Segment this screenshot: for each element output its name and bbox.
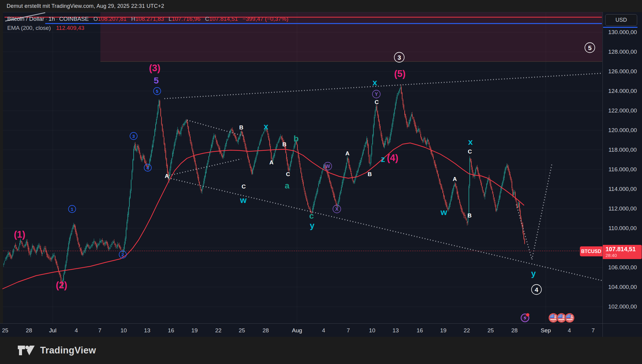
watermark-bar: Demut erstellt mit TradingView.com, Aug … — [0, 0, 642, 12]
time-tick-22: 22 — [463, 327, 470, 334]
wave-label-5[interactable]: 5 — [154, 75, 159, 85]
wave-label-(3)[interactable]: (3) — [149, 63, 160, 73]
low-label: L — [169, 16, 172, 22]
time-tick-25: 25 — [239, 327, 245, 334]
svg-text:Y: Y — [375, 92, 378, 97]
currency-toggle-button[interactable]: USD — [605, 14, 637, 26]
ema-row[interactable]: EMA (200, close) 112.409,43 — [7, 24, 288, 33]
svg-text:4: 4 — [147, 165, 149, 170]
wave-label-x[interactable]: x — [264, 122, 268, 131]
wave-label-C[interactable]: C — [375, 99, 379, 105]
svg-text:W: W — [325, 164, 330, 169]
currency-underline — [603, 27, 637, 28]
last-price-value: 107.814,51 — [606, 246, 642, 253]
wave-label-A[interactable]: A — [165, 173, 169, 179]
price-tick-112.000,00: 112.000,00 — [603, 205, 642, 212]
axis-corner — [602, 323, 642, 337]
time-tick-16: 16 — [168, 327, 174, 334]
time-tick-Jul: Jul — [49, 327, 56, 334]
price-tick-102.000,00: 102.000,00 — [603, 303, 642, 310]
wave-label-C[interactable]: C — [468, 148, 472, 155]
wave-label-A[interactable]: A — [453, 176, 457, 182]
time-tick-7: 7 — [592, 327, 595, 334]
time-tick-10: 10 — [120, 327, 127, 334]
price-tick-122.000,00: 122.000,00 — [603, 107, 642, 114]
tradingview-chart-window: (1)(2)(3)(4)(5)5xwyxzwxybacABABCCABCABC1… — [0, 0, 642, 364]
wave-label-C[interactable]: C — [242, 183, 246, 190]
price-axis[interactable]: USD 130.000,00128.000,00126.000,00124.00… — [602, 12, 642, 337]
close-label: C — [205, 16, 209, 22]
wave-label-y[interactable]: y — [310, 221, 315, 230]
wave-label-(5)[interactable]: (5) — [394, 68, 406, 79]
svg-text:1: 1 — [71, 207, 73, 212]
symbol-row[interactable]: Bitcoin / Dollar·1h·COINBASE O108.207,81… — [7, 14, 288, 24]
price-tick-106.000,00: 106.000,00 — [603, 264, 642, 271]
time-tick-25: 25 — [487, 327, 494, 334]
price-tick-130.000,00: 130.000,00 — [603, 29, 642, 36]
wave-label-b[interactable]: b — [293, 134, 299, 143]
wave-label-(4)[interactable]: (4) — [387, 153, 398, 163]
time-tick-28: 28 — [262, 327, 269, 334]
wave-label-A[interactable]: A — [345, 150, 349, 157]
price-tick-104.000,00: 104.000,00 — [603, 284, 642, 290]
last-price-symbol-tag: BTCUSD — [580, 246, 602, 256]
wave-label-B[interactable]: B — [467, 212, 472, 219]
svg-text:5: 5 — [588, 44, 592, 51]
low-value: 107.716,96 — [172, 16, 201, 22]
time-tick-10: 10 — [369, 327, 375, 334]
wave-label-w[interactable]: w — [440, 207, 447, 217]
svg-text:3: 3 — [132, 134, 135, 139]
wave-label-y[interactable]: y — [531, 269, 536, 278]
economic-event-flag-icon-2[interactable] — [565, 313, 575, 323]
price-tick-128.000,00: 128.000,00 — [603, 49, 642, 55]
time-tick-19: 19 — [191, 327, 198, 334]
wave-label-(1)[interactable]: (1) — [14, 229, 25, 240]
time-tick-4: 4 — [568, 327, 571, 334]
wave-label-B[interactable]: B — [368, 171, 372, 177]
time-tick-Sep: Sep — [541, 327, 551, 334]
tradingview-logo[interactable]: TradingView — [17, 343, 96, 358]
time-tick-4: 4 — [75, 327, 78, 334]
tradingview-logo-text: TradingView — [40, 345, 96, 356]
wave-label-B[interactable]: B — [282, 141, 286, 147]
wave-label-(2)[interactable]: (2) — [56, 280, 67, 290]
svg-text:5: 5 — [156, 89, 158, 94]
exchange[interactable]: COINBASE — [59, 16, 89, 22]
wave-label-C[interactable]: C — [286, 171, 290, 177]
symbol-legend[interactable]: Bitcoin / Dollar·1h·COINBASE O108.207,81… — [7, 14, 288, 33]
timeframe[interactable]: 1h — [49, 16, 55, 22]
ema-indicator-value: 112.409,43 — [56, 25, 84, 31]
wave-label-a[interactable]: a — [285, 181, 289, 190]
watermark-text: Demut erstellt mit TradingView.com, Aug … — [7, 3, 164, 9]
svg-text:3: 3 — [397, 54, 401, 61]
price-tick-118.000,00: 118.000,00 — [603, 147, 642, 153]
price-tick-114.000,00: 114.000,00 — [603, 186, 642, 192]
time-tick-7: 7 — [347, 327, 350, 334]
ema-indicator-label[interactable]: EMA (200, close) — [7, 25, 51, 31]
wave-label-x[interactable]: x — [372, 78, 377, 87]
time-tick-4: 4 — [322, 327, 325, 334]
price-tick-126.000,00: 126.000,00 — [603, 68, 642, 75]
wave-label-B[interactable]: B — [239, 124, 243, 131]
time-tick-Aug: Aug — [292, 327, 302, 334]
svg-text:2: 2 — [122, 252, 124, 257]
time-tick-16: 16 — [416, 327, 423, 334]
bar-countdown: 28:40 — [606, 253, 642, 258]
footer-bar: TradingView — [0, 337, 642, 364]
high-value: 108.271,83 — [135, 16, 164, 22]
wave-label-w[interactable]: w — [240, 195, 247, 205]
open-value: 108.207,81 — [98, 16, 127, 22]
price-tick-120.000,00: 120.000,00 — [603, 127, 642, 134]
svg-text:X: X — [335, 207, 339, 212]
symbol-name[interactable]: Bitcoin / Dollar — [7, 16, 44, 22]
time-axis[interactable]: 2528Jul4710131619222528Aug47101316192225… — [0, 323, 602, 337]
time-tick-22: 22 — [215, 327, 221, 334]
open-label: O — [93, 16, 98, 22]
wave-label-z[interactable]: z — [381, 154, 385, 164]
wave-label-x[interactable]: x — [468, 137, 473, 147]
time-tick-25: 25 — [2, 327, 8, 334]
wave-label-c[interactable]: c — [309, 211, 314, 220]
time-tick-13: 13 — [144, 327, 150, 334]
chart-canvas[interactable]: (1)(2)(3)(4)(5)5xwyxzwxybacABABCCABCABC1… — [0, 0, 642, 364]
wave-label-A[interactable]: A — [269, 159, 274, 166]
